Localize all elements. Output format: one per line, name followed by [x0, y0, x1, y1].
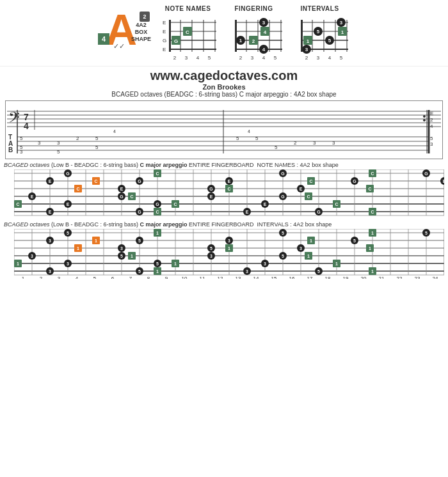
svg-text:2: 2 [40, 216, 43, 217]
svg-text:4: 4 [196, 55, 200, 61]
svg-text:E: E [49, 210, 52, 214]
note-names-svg: E C E G G E 2 3 4 5 [157, 13, 218, 63]
intervals-svg: 3 1 5 1 5 3 2 3 4 5 [289, 13, 350, 63]
svg-text:5: 5 [138, 238, 141, 243]
svg-text:3: 3 [38, 140, 41, 146]
svg-text:C: C [227, 187, 230, 191]
fingering-svg: 3 4 2 1 4 2 3 4 5 [223, 13, 284, 63]
badge-2: 2 [140, 12, 150, 22]
svg-text:5: 5 [328, 38, 332, 43]
svg-text:1: 1 [371, 269, 374, 274]
intervals-title: INTERVALS [300, 5, 339, 12]
svg-text:14: 14 [253, 276, 259, 279]
svg-text:4: 4 [24, 121, 29, 131]
svg-text:2: 2 [40, 276, 43, 279]
svg-text:3: 3 [264, 262, 266, 266]
svg-text:20: 20 [361, 276, 367, 279]
svg-text:1: 1 [335, 262, 338, 266]
svg-text:7: 7 [129, 276, 132, 279]
svg-point-106 [423, 119, 426, 121]
svg-text:C: C [186, 29, 189, 35]
svg-text:6: 6 [111, 276, 115, 279]
svg-text:C: C [368, 187, 371, 191]
svg-text:3: 3 [246, 269, 248, 274]
svg-text:8: 8 [147, 276, 150, 279]
svg-text:3: 3 [305, 47, 308, 52]
svg-text:21: 21 [379, 276, 385, 279]
svg-text:15: 15 [271, 216, 277, 217]
svg-text:3: 3 [340, 20, 343, 26]
note-names-title: NOTE NAMES [165, 5, 211, 12]
svg-text:C: C [156, 171, 159, 176]
svg-text:E: E [49, 179, 52, 184]
svg-text:5: 5 [282, 254, 284, 258]
svg-text:2: 2 [252, 38, 255, 44]
svg-text:5: 5 [95, 145, 99, 150]
svg-text:C: C [335, 202, 338, 207]
svg-text:18: 18 [325, 276, 331, 279]
svg-text:3: 3 [228, 238, 230, 243]
svg-text:3: 3 [31, 254, 33, 258]
svg-text:C: C [76, 187, 79, 191]
svg-text:1: 1 [371, 231, 374, 235]
fingering-title: FINGERING [234, 5, 273, 12]
svg-text:5: 5 [425, 231, 428, 235]
fb2-container: 1 5 3 1 5 3 [14, 229, 444, 281]
svg-text:B: B [8, 146, 13, 153]
svg-text:13: 13 [236, 276, 241, 279]
svg-text:4: 4 [76, 276, 79, 279]
svg-text:2: 2 [294, 140, 297, 146]
svg-text:3: 3 [58, 216, 61, 217]
fingering-diagram: FINGERING 3 4 2 [223, 5, 284, 63]
svg-text:5: 5 [430, 136, 433, 141]
svg-text:11: 11 [200, 216, 205, 217]
svg-rect-25 [235, 20, 237, 52]
svg-text:G: G [209, 187, 213, 191]
svg-text:2: 2 [173, 55, 177, 61]
svg-text:G: G [174, 38, 178, 44]
svg-text:16: 16 [289, 276, 295, 279]
svg-text:24: 24 [433, 216, 438, 217]
svg-text:21: 21 [379, 216, 385, 217]
svg-text:C: C [371, 171, 374, 176]
svg-text:14: 14 [253, 216, 259, 217]
svg-text:1: 1 [22, 276, 25, 279]
svg-text:E: E [443, 179, 444, 184]
fb1-container: G G E E B B /* fret positions computed i… [14, 169, 444, 220]
website-section: www.cagedoctaves.com Zon Brookes BCAGED … [0, 66, 448, 98]
fingerboard1-section: BCAGED octaves (Low B - BEADGC : 6-strin… [4, 162, 444, 220]
svg-text:C: C [307, 194, 310, 199]
svg-text:10: 10 [182, 216, 188, 217]
svg-text:5: 5 [120, 254, 123, 258]
svg-text:4: 4 [248, 129, 250, 134]
svg-text:5: 5 [20, 145, 23, 150]
svg-text:E: E [430, 111, 433, 116]
svg-text:2: 2 [239, 55, 243, 61]
svg-text:1: 1 [341, 29, 344, 35]
notation-svg: 𝄢 7 4 T A B 5 3 3 3 [6, 101, 442, 159]
svg-text:E: E [264, 202, 267, 207]
svg-text:1: 1 [131, 254, 133, 258]
svg-text:4: 4 [264, 29, 267, 35]
svg-text:G: G [138, 179, 141, 184]
svg-text:1: 1 [77, 246, 79, 251]
svg-text:1: 1 [369, 246, 371, 251]
svg-text:5: 5 [317, 29, 320, 35]
svg-text:3: 3 [57, 140, 60, 146]
svg-text:3: 3 [262, 20, 266, 26]
svg-text:20: 20 [361, 216, 367, 217]
svg-text:C: C [94, 179, 97, 184]
svg-text:2: 2 [430, 117, 433, 123]
svg-text:4: 4 [430, 123, 433, 129]
svg-text:3: 3 [185, 55, 188, 61]
svg-text:E: E [210, 194, 213, 199]
svg-text:24: 24 [433, 276, 438, 279]
svg-point-105 [423, 115, 426, 118]
svg-text:5: 5 [93, 276, 97, 279]
svg-text:22: 22 [397, 216, 403, 217]
svg-text:C: C [156, 210, 159, 214]
svg-text:E: E [300, 187, 303, 191]
svg-text:C: C [173, 202, 177, 207]
svg-text:1: 1 [307, 254, 310, 258]
svg-text:E: E [163, 29, 166, 35]
